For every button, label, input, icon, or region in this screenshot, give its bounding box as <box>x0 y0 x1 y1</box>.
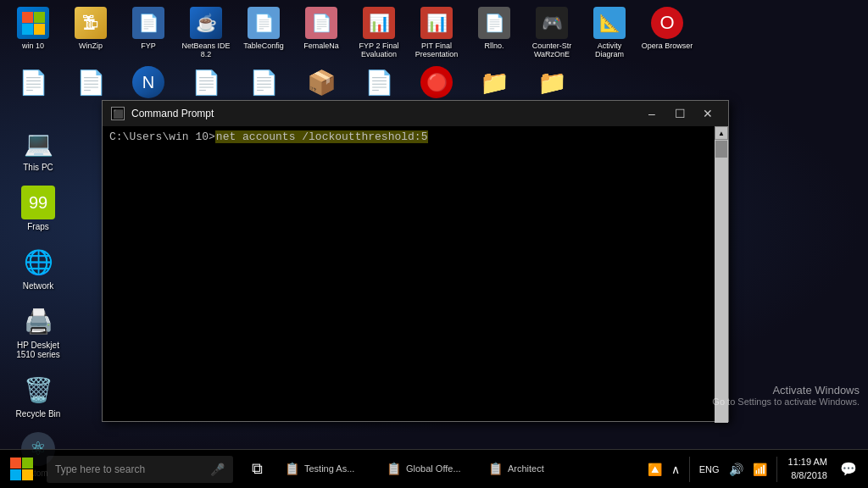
desktop-icon-recycle[interactable]: 🗑️ Recycle Bin <box>4 369 72 422</box>
cmd-prompt-text: C:\Users\win 10> <box>109 130 215 143</box>
top-icon-row: win 10 🗜 WinZip 📄 FYP ☕ NetBeans IDE 8.2… <box>0 0 868 64</box>
file5-icon: 📄 <box>248 66 280 98</box>
desktop-icon-winzip[interactable]: 🗜 WinZip <box>62 4 120 64</box>
open-app-architect[interactable]: 📋 Architect <box>480 450 581 489</box>
cmd-typed-command: net accounts /lockoutthreshold:5 <box>215 130 429 143</box>
fyp-icon: 📄 <box>132 7 164 39</box>
network-icon: 🌐 <box>21 245 55 279</box>
rllno-label: Rllno. <box>484 42 504 50</box>
testing-app-label: Testing As... <box>304 463 354 474</box>
desktop-icon-femalena[interactable]: 📄 FemaleNa <box>292 4 350 64</box>
desktop-icon-fraps[interactable]: 99 Fraps <box>4 182 72 235</box>
netbeans2-icon: N <box>132 66 164 98</box>
tray-divider <box>689 457 690 482</box>
left-icons: 💻 This PC 99 Fraps 🌐 Network 🖨️ HP Deskj… <box>0 119 102 488</box>
taskbar-clock[interactable]: 11:19 AM 8/8/2018 <box>784 456 832 482</box>
fraps-label: Fraps <box>27 222 49 231</box>
desktop-icon-fyp[interactable]: 📄 FYP <box>120 4 177 64</box>
femalena-label: FemaleNa <box>303 42 339 50</box>
global-app-label: Global Offe... <box>406 463 461 474</box>
scrollbar-up-button[interactable]: ▲ <box>715 126 728 140</box>
desktop-icon-activity[interactable]: 📐 Activity Diagram <box>581 4 638 64</box>
tableconfig-label: TableConfig <box>243 42 284 50</box>
taskbar-tray: 🔼 ∧ ENG 🔊 📶 11:19 AM 8/8/2018 💬 <box>638 450 868 489</box>
scrollbar-thumb[interactable] <box>715 141 727 158</box>
open-app-global[interactable]: 📋 Global Offe... <box>378 450 480 489</box>
opera-icon: O <box>651 7 683 39</box>
cmd-controls: – ☐ ✕ <box>640 105 720 122</box>
fyp-label: FYP <box>141 42 156 50</box>
desktop-icon-win10[interactable]: win 10 <box>4 4 62 64</box>
win10-icon <box>17 7 49 39</box>
counter-icon: 🎮 <box>536 7 568 39</box>
thispc-label: This PC <box>23 163 53 172</box>
windows-logo <box>10 458 33 480</box>
architect-app-icon: 📋 <box>488 462 503 475</box>
file7-icon: 📄 <box>363 66 395 98</box>
cmd-window: ⬛ Command Prompt – ☐ ✕ C:\Users\win 10> … <box>102 100 729 422</box>
desktop-icon-thispc[interactable]: 💻 This PC <box>4 123 72 175</box>
desktop-icon-netbeans[interactable]: ☕ NetBeans IDE 8.2 <box>177 4 235 64</box>
volume-icon[interactable]: 🔊 <box>726 463 746 476</box>
clock-date: 8/8/2018 <box>788 469 827 482</box>
file1-icon: 📄 <box>17 66 49 98</box>
start-button[interactable] <box>0 450 42 489</box>
cmd-maximize-button[interactable]: ☐ <box>668 105 692 122</box>
taskbar-search[interactable]: Type here to search 🎤 <box>47 456 233 483</box>
activate-subtitle: Go to Settings to activate Windows. <box>712 396 860 407</box>
open-apps: 📋 Testing As... 📋 Global Offe... 📋 Archi… <box>276 450 581 489</box>
tray-divider2 <box>776 457 777 482</box>
hp-icon: 🖨️ <box>21 304 55 338</box>
desktop-icon-fyp2[interactable]: 📊 FYP 2 Final Evaluation <box>350 4 408 64</box>
testing-app-icon: 📋 <box>285 462 299 475</box>
open-app-testing[interactable]: 📋 Testing As... <box>276 450 378 489</box>
cmd-titlebar: ⬛ Command Prompt – ☐ ✕ <box>103 101 728 126</box>
tray-expand-icon[interactable]: ∧ <box>669 463 682 476</box>
desktop-icon-counter[interactable]: 🎮 Counter-Str WaRzOnE <box>523 4 581 64</box>
thispc-icon: 💻 <box>21 126 55 160</box>
hp-label: HP Deskjet 1510 series <box>8 341 69 359</box>
opera-label: Opera Browser <box>642 42 693 50</box>
netbeans-label: NetBeans IDE 8.2 <box>180 42 232 58</box>
netbeans-icon: ☕ <box>190 7 222 39</box>
desktop-icon-pit[interactable]: 📊 PIT Final Presentation <box>408 4 465 64</box>
file4-icon: 📄 <box>190 66 222 98</box>
cmd-title-left: ⬛ Command Prompt <box>111 107 214 120</box>
activity-icon: 📐 <box>593 7 626 39</box>
desktop-icon-tableconfig[interactable]: 📄 TableConfig <box>235 4 292 64</box>
cmd-scrollbar[interactable]: ▲ <box>715 126 728 423</box>
network-label: Network <box>23 281 54 291</box>
file8-icon: 🔴 <box>420 66 453 98</box>
desktop-icon-rllno[interactable]: 📄 Rllno. <box>465 4 523 64</box>
second-icon-1[interactable]: 📄 <box>4 64 62 114</box>
keyboard-layout-icon[interactable]: ENG <box>697 464 722 474</box>
cmd-title-text: Command Prompt <box>131 108 214 119</box>
cmd-prompt-line: C:\Users\win 10> net accounts /lockoutth… <box>109 130 721 143</box>
notification-center-button[interactable]: 💬 <box>836 450 861 489</box>
cmd-close-button[interactable]: ✕ <box>696 105 720 122</box>
activate-watermark: Activate Windows Go to Settings to activ… <box>712 384 860 407</box>
taskbar: Type here to search 🎤 ⧉ 📋 Testing As... … <box>0 449 868 488</box>
desktop-icon-network[interactable]: 🌐 Network <box>4 241 72 294</box>
network-tray-icon[interactable]: 🔼 <box>645 463 665 476</box>
activate-title: Activate Windows <box>712 384 860 396</box>
file10-icon: 📁 <box>536 66 568 98</box>
winzip-label: WinZip <box>79 42 103 50</box>
activity-label: Activity Diagram <box>583 42 636 58</box>
pit-label: PIT Final Presentation <box>410 42 463 58</box>
task-view-icon: ⧉ <box>252 460 263 478</box>
rllno-icon: 📄 <box>478 7 510 39</box>
file2-icon: 📄 <box>75 66 107 98</box>
desktop-icon-hp[interactable]: 🖨️ HP Deskjet 1510 series <box>4 301 72 363</box>
global-app-icon: 📋 <box>387 462 401 475</box>
architect-app-label: Architect <box>508 463 544 474</box>
file6-icon: 📦 <box>305 66 337 98</box>
femalena-icon: 📄 <box>305 7 337 39</box>
network-status-icon[interactable]: 📶 <box>750 463 770 476</box>
cmd-minimize-button[interactable]: – <box>640 105 664 122</box>
cmd-content[interactable]: C:\Users\win 10> net accounts /lockoutth… <box>103 126 728 421</box>
search-placeholder: Type here to search <box>55 463 145 475</box>
fyp2-label: FYP 2 Final Evaluation <box>353 42 405 58</box>
task-view-button[interactable]: ⧉ <box>237 450 276 489</box>
desktop-icon-opera[interactable]: O Opera Browser <box>638 4 696 64</box>
